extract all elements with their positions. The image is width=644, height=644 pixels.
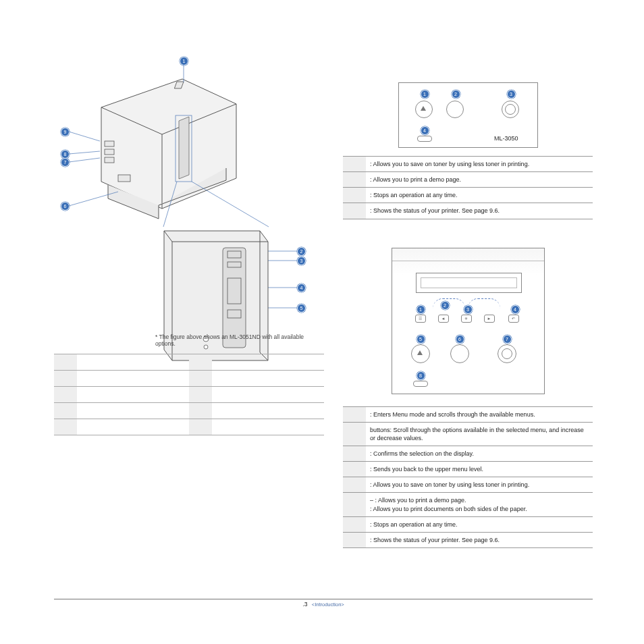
panel1-callout-2: 2 (452, 90, 460, 99)
rear-view-diagram: 1 9 8 7 6 (54, 50, 317, 347)
diagram-caption: The figure above shows an ML-3051ND with… (155, 333, 311, 347)
section-label: <Introduction> (312, 601, 344, 608)
table-row: : Allows you to print a demo page. (343, 172, 593, 188)
control-panel-2-table: : Enters Menu mode and scrolls through t… (343, 406, 593, 548)
control-panel-ml3050: 1 2 3 4 ML-3050 (398, 82, 538, 148)
svg-rect-21 (227, 310, 241, 318)
svg-line-6 (163, 182, 177, 227)
table-row (54, 354, 324, 371)
nav-arc-right (468, 298, 500, 308)
zoom-callout-5: 5 (297, 304, 306, 313)
table-row: : Confirms the selection on the display. (343, 446, 593, 461)
manual-page: 1 9 8 7 6 (0, 0, 644, 644)
zoom-callout-2: 2 (297, 247, 306, 256)
menu-button-icon: ☰ (415, 315, 426, 323)
status-led-icon (413, 381, 428, 387)
table-row: – : Allows you to print a demo page. : A… (343, 493, 593, 516)
table-row: : Stops an operation at any time. (343, 188, 593, 203)
zoom-callout-4: 4 (297, 284, 306, 292)
svg-rect-20 (227, 278, 241, 304)
right-column: 1 2 3 4 ML-3050 : Allows you to save on … (343, 82, 593, 548)
svg-line-15 (69, 192, 118, 206)
back-button-icon: ↶ (508, 315, 519, 323)
model-label: ML-3050 (494, 135, 518, 142)
toner-save-button-icon (411, 344, 430, 363)
stop-button-icon (498, 344, 516, 363)
rear-parts-table (54, 354, 324, 435)
lcd-display-icon (416, 273, 522, 293)
panel2-callout-7: 7 (503, 335, 512, 344)
ok-button-icon: ✳ (461, 315, 472, 323)
svg-line-7 (192, 182, 269, 227)
svg-rect-19 (227, 262, 241, 267)
control-panel-ml3051: 1 2 3 4 5 6 7 8 ☰ ◄ ✳ ► ↶ (392, 248, 545, 394)
panel2-callout-6: 6 (456, 335, 464, 344)
scroll-right-button-icon: ► (484, 315, 495, 323)
table-row: buttons: Scroll through the options avai… (343, 422, 593, 446)
table-row (54, 419, 324, 435)
stop-button-icon (502, 101, 519, 118)
svg-line-14 (69, 158, 100, 162)
panel2-callout-2: 2 (441, 301, 450, 310)
svg-rect-18 (227, 251, 241, 258)
table-row: : Shows the status of your printer. See … (343, 203, 593, 219)
status-led-icon (417, 136, 432, 142)
table-row: : Allows you to save on toner by using l… (343, 157, 593, 172)
svg-line-13 (69, 151, 100, 154)
table-row: : Enters Menu mode and scrolls through t… (343, 406, 593, 422)
table-row: : Shows the status of your printer. See … (343, 532, 593, 547)
table-row (54, 387, 324, 403)
table-row (54, 403, 324, 419)
panel1-callout-1: 1 (421, 90, 429, 99)
table-row: : Stops an operation at any time. (343, 516, 593, 532)
table-row: : Allows you to save on toner by using l… (343, 477, 593, 493)
demo-duplex-button-icon (450, 344, 469, 363)
control-panel-1-table: : Allows you to save on toner by using l… (343, 156, 593, 219)
panel2-callout-5: 5 (417, 335, 425, 344)
zoom-callout-3: 3 (297, 257, 306, 265)
table-row (54, 371, 324, 387)
panel2-callout-8: 8 (417, 371, 425, 380)
scroll-left-button-icon: ◄ (438, 315, 449, 323)
left-column: 1 9 8 7 6 (54, 50, 317, 347)
panel1-callout-3: 3 (507, 90, 516, 99)
page-number: .3 (302, 601, 307, 608)
toner-save-button-icon (415, 101, 433, 118)
panel1-callout-4: 4 (421, 126, 429, 135)
demo-button-icon (446, 101, 464, 118)
page-footer: .3 <Introduction> (54, 599, 593, 608)
svg-line-12 (69, 132, 100, 141)
panel2-callout-4: 4 (511, 305, 520, 314)
panel2-callout-1: 1 (417, 305, 425, 314)
panel2-callout-3: 3 (464, 305, 473, 314)
table-row: : Sends you back to the upper menu level… (343, 462, 593, 477)
